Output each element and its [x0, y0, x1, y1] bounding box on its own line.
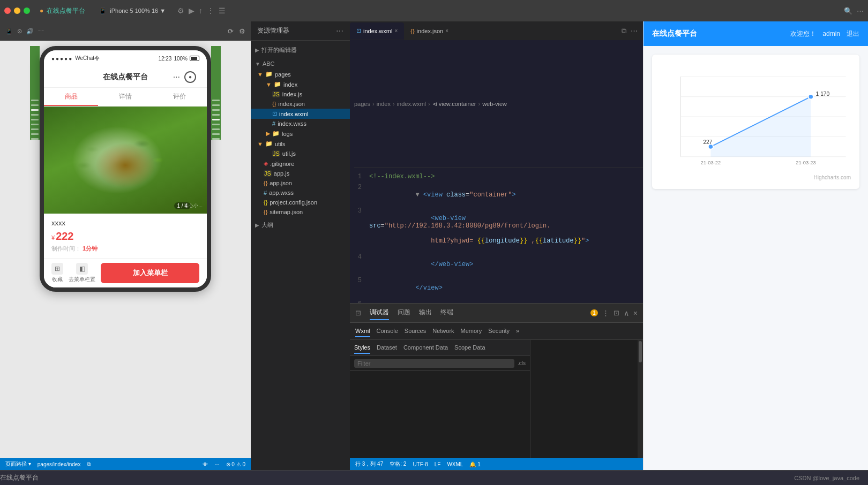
filter-input[interactable] [354, 359, 514, 368]
devtools-tab-security[interactable]: Security [488, 325, 510, 337]
ide-status-bar: 页面路径 ▾ pages/index/index ⧉ 👁 ⋯ ⊗ 0 ⚠ 0 [0, 458, 251, 470]
tab-reviews[interactable]: 评价 [153, 88, 207, 106]
file-name-index-json: index.json [278, 101, 305, 107]
more-options-icon[interactable]: ⋯ [857, 7, 864, 15]
eye-icon[interactable]: 👁 [203, 461, 208, 467]
minimize-window-icon[interactable] [14, 7, 20, 14]
file-item-index[interactable]: ▼ 📁 index [251, 79, 350, 89]
file-item-index-wxml[interactable]: ⊡ index.wxml [251, 109, 350, 119]
inspector-tab-scope[interactable]: Scope Data [454, 342, 485, 354]
split-editor-icon[interactable]: ⧉ [622, 27, 626, 35]
tab-details[interactable]: 详情 [98, 88, 152, 106]
json-tab-icon: {} [410, 28, 414, 34]
more-phone-icon[interactable]: ⋯ [38, 28, 44, 35]
close-window-icon[interactable] [4, 7, 11, 14]
abc-section-header[interactable]: ▼ ABC [251, 58, 350, 69]
devtools-tab-issues[interactable]: 问题 [398, 306, 410, 320]
outline-header[interactable]: ▶ 大纲 [251, 219, 350, 231]
devtools-dock-icon[interactable]: ⊡ [613, 309, 619, 317]
devtools-tab-output[interactable]: 输出 [419, 306, 432, 320]
nav-strip-item [31, 133, 39, 135]
folder-icon-visual: 📁 [265, 71, 273, 78]
admin-header: 在线点餐平台 欢迎您！ admin 退出 [643, 21, 868, 46]
time-label: 制作时间： [51, 245, 81, 252]
scroll-thumb[interactable] [639, 341, 642, 362]
details-icon[interactable]: ⋮ [207, 6, 214, 15]
add-to-menu-button[interactable]: 加入菜单栏 [101, 263, 199, 283]
code-tab-wxml[interactable]: ⊡ index.wxml × [350, 22, 404, 40]
devtools-more-icon[interactable]: ⋮ [602, 309, 609, 317]
breadcrumb-sep: › [478, 101, 480, 107]
maximize-window-icon[interactable] [24, 7, 30, 14]
header-record-btn[interactable]: ● [184, 71, 196, 83]
header-dots-menu[interactable]: ··· [173, 72, 180, 82]
path-label[interactable]: 页面路径 ▾ [5, 460, 31, 468]
devtools-tab-sources[interactable]: Sources [405, 325, 426, 337]
price-value: 222 [56, 230, 73, 242]
cart-btn[interactable]: ◧ 去菜单栏置 [69, 263, 95, 283]
more-status-icon[interactable]: ⋯ [214, 461, 220, 467]
devtools-close-icon[interactable]: × [633, 309, 638, 317]
close-tab-icon[interactable]: × [445, 28, 448, 34]
file-item-logs[interactable]: ▶ 📁 logs [251, 128, 350, 139]
devtools-tab-debugger[interactable]: 调试器 [370, 306, 389, 320]
app-title-tab[interactable]: ● 在线点餐平台 [33, 2, 92, 19]
file-item-pages[interactable]: ▼ 📁 pages [251, 69, 350, 79]
editor-more-icon[interactable]: ⋯ [631, 27, 638, 35]
logout-button[interactable]: 退出 [847, 29, 859, 39]
devtools-left-panel: Styles Dataset Component Data Scope Data [350, 340, 530, 458]
devtools-scrollbar[interactable] [638, 340, 643, 458]
file-explorer-menu[interactable]: ⋯ [336, 27, 343, 35]
file-item-util-js[interactable]: JS util.js [251, 149, 350, 158]
devtools-tab-terminal[interactable]: 终端 [440, 306, 453, 320]
file-item-index-wxss[interactable]: # index.wxss [251, 119, 350, 128]
record-icon[interactable]: ⊙ [17, 28, 22, 35]
devtools-tab-more[interactable]: » [516, 325, 519, 337]
upload-icon[interactable]: ↑ [199, 6, 203, 15]
preview-icon[interactable]: ▶ [189, 6, 194, 15]
status-right-area: 👁 ⋯ ⊗ 0 ⚠ 0 [203, 461, 245, 467]
favorite-btn[interactable]: ⊞ 收藏 [51, 263, 63, 283]
code-line-5: 5 </view> [350, 276, 643, 300]
inspector-tabs: Styles Dataset Component Data Scope Data [350, 340, 530, 356]
devtools-up-icon[interactable]: ∧ [624, 309, 629, 317]
code-tab-json[interactable]: {} index.json × [404, 22, 455, 40]
welcome-label: 欢迎您！ [790, 29, 816, 39]
settings-icon[interactable]: ⚙ [239, 27, 245, 35]
copy-path-icon[interactable]: ⧉ [87, 461, 91, 467]
file-item-gitignore[interactable]: ◈ .gitignore [251, 158, 350, 169]
search-icon[interactable]: 🔍 [844, 7, 852, 15]
line-content: ▼ <view class="container"> [369, 184, 643, 206]
file-item-utils[interactable]: ▼ 📁 utils [251, 139, 350, 149]
cls-button[interactable]: .cls [518, 360, 526, 366]
devtools-tab-wxml[interactable]: Wxml [355, 325, 370, 337]
devtools-cursor-icon[interactable]: ⊡ [355, 309, 361, 317]
nav-strip-item [212, 104, 220, 106]
devtools-tab-console[interactable]: Console [377, 325, 398, 337]
file-item-sitemap[interactable]: {} sitemap.json [251, 207, 350, 217]
file-item-index-js[interactable]: JS index.js [251, 89, 350, 99]
menu-icon[interactable]: ☰ [219, 6, 226, 15]
devtools-tab-network[interactable]: Network [432, 325, 454, 337]
inspector-tab-styles[interactable]: Styles [354, 342, 370, 354]
device-selector[interactable]: 📱 iPhone 5 100% 16 ▼ [95, 7, 170, 14]
breadcrumb-sep: › [428, 101, 430, 107]
file-item-app-wxss[interactable]: # app.wxss [251, 188, 350, 198]
inspector-tab-dataset[interactable]: Dataset [377, 342, 397, 354]
speaker-icon[interactable]: 🔊 [26, 28, 34, 35]
dish-info: xxxx ¥ 222 制作时间： 1分钟 [44, 214, 207, 258]
open-editors-header[interactable]: ▶ 打开的编辑器 [251, 44, 350, 56]
file-item-app-json[interactable]: {} app.json [251, 178, 350, 188]
file-item-project-config[interactable]: {} project.config.json [251, 198, 350, 207]
compile-icon[interactable]: ⚙ [177, 6, 184, 15]
file-item-app-js[interactable]: JS app.js [251, 169, 350, 178]
wxml-file-icon: ⊡ [272, 110, 277, 117]
tab-products[interactable]: 商品 [44, 88, 98, 106]
inspector-tab-component[interactable]: Component Data [403, 342, 448, 354]
devtools-tab-memory[interactable]: Memory [461, 325, 482, 337]
admin-user-label[interactable]: admin [822, 30, 840, 37]
file-item-index-json[interactable]: {} index.json [251, 99, 350, 109]
close-tab-icon[interactable]: × [394, 28, 398, 34]
rotate-icon[interactable]: ⟳ [228, 27, 234, 35]
nav-strip-item [31, 100, 39, 101]
